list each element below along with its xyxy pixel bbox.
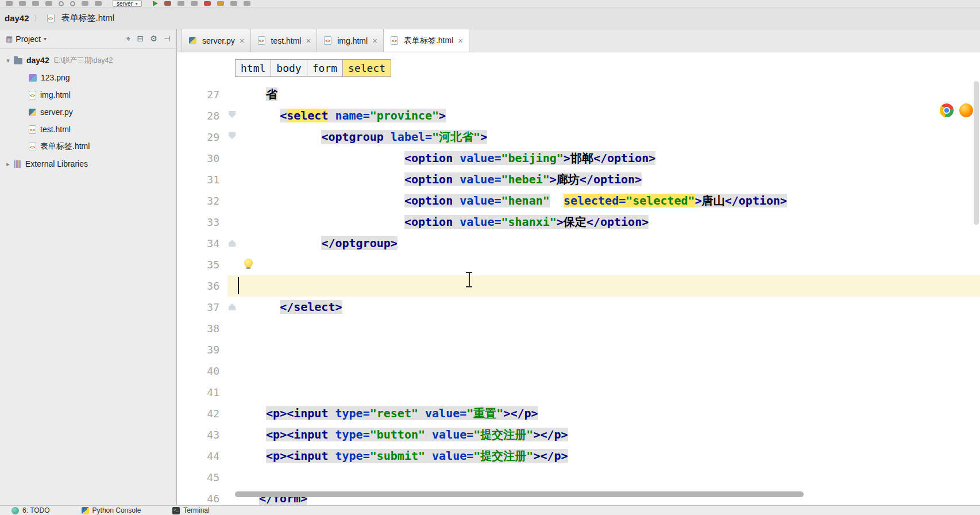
code-token [550, 194, 564, 207]
code-line-27[interactable]: 27 省 [177, 84, 980, 105]
code-line-34[interactable]: 34 </optgroup> [177, 233, 980, 254]
code-text [237, 360, 980, 382]
save-icon[interactable] [19, 1, 26, 6]
code-line-35[interactable]: 35 [177, 254, 980, 275]
tree-item-External Libraries[interactable]: ▸External Libraries [0, 155, 176, 172]
help-icon[interactable] [230, 1, 237, 6]
undo-icon[interactable] [32, 1, 39, 6]
expand-arrow-icon[interactable]: ▸ [3, 160, 13, 168]
status-terminal[interactable]: Terminal [172, 506, 209, 514]
coverage-icon[interactable] [178, 1, 184, 6]
code-token: </p> [540, 428, 568, 441]
code-line-42[interactable]: 42 <p><input type="reset" value="重置"></p… [177, 403, 980, 424]
lightning-icon[interactable] [217, 1, 224, 6]
tab-表单标签.html[interactable]: 表单标签.html× [384, 29, 469, 52]
settings-icon[interactable]: ⚙ [150, 34, 157, 44]
status-todo[interactable]: 6: TODO [11, 506, 50, 514]
debug-icon[interactable] [164, 1, 171, 6]
indent-whitespace [259, 406, 266, 420]
breadcrumb-file[interactable]: 表单标签.html [61, 13, 115, 24]
code-line-36[interactable]: 36 [177, 275, 980, 297]
tree-item-img.html[interactable]: img.html [0, 86, 176, 103]
fold-marker-icon[interactable] [227, 297, 237, 318]
tag-breadcrumb-form[interactable]: form [307, 59, 343, 77]
close-icon[interactable]: × [306, 36, 311, 45]
tag-breadcrumb-html[interactable]: html [235, 59, 271, 77]
stop-icon[interactable] [204, 1, 211, 6]
chrome-icon[interactable] [940, 103, 954, 117]
close-icon[interactable]: × [458, 36, 463, 45]
code-line-45[interactable]: 45 [177, 467, 980, 488]
code-line-37[interactable]: 37 </select> [177, 297, 980, 318]
code-line-31[interactable]: 31 <option value="hebei">廊坊</option> [177, 169, 980, 190]
code-line-39[interactable]: 39 [177, 339, 980, 360]
breadcrumb-project[interactable]: day42 [5, 13, 29, 23]
status-bar: 6: TODOPython ConsoleTerminal [0, 505, 980, 515]
tree-item-test.html[interactable]: test.html [0, 121, 176, 138]
fold-marker-icon[interactable] [227, 105, 237, 126]
fold-gutter [227, 148, 237, 169]
collapse-arrow-icon[interactable]: ▾ [3, 57, 13, 64]
close-icon[interactable]: × [240, 36, 245, 45]
code-token: <input [287, 406, 328, 420]
tree-item-123.png[interactable]: 123.png [0, 69, 176, 86]
line-number: 43 [177, 424, 227, 445]
horizontal-scrollbar-thumb[interactable] [235, 491, 804, 497]
code-line-44[interactable]: 44 <p><input type="submit" value="提交注册">… [177, 445, 980, 467]
close-icon[interactable]: × [372, 36, 377, 45]
tab-server.py[interactable]: server.py× [182, 29, 251, 52]
code-line-41[interactable]: 41 [177, 382, 980, 403]
project-panel-title[interactable]: Project [16, 34, 41, 44]
tab-test.html[interactable]: test.html× [251, 29, 318, 52]
profiler-icon[interactable] [191, 1, 198, 6]
tree-item-server.py[interactable]: server.py [0, 103, 176, 121]
code-token: <p> [266, 406, 287, 420]
code-line-43[interactable]: 43 <p><input type="button" value="提交注册">… [177, 424, 980, 445]
firefox-icon[interactable] [959, 103, 973, 117]
code-line-38[interactable]: 38 [177, 318, 980, 339]
tag-breadcrumb-select[interactable]: select [342, 59, 391, 77]
run-config-select[interactable]: server ▾ [113, 0, 142, 7]
fold-gutter [227, 190, 237, 212]
code-line-40[interactable]: 40 [177, 360, 980, 382]
code-line-32[interactable]: 32 <option value="henan" selected="selec… [177, 190, 980, 212]
fold-gutter [227, 467, 237, 488]
box-icon[interactable] [244, 1, 250, 6]
status-label: Python Console [92, 506, 141, 514]
code-line-33[interactable]: 33 <option value="shanxi">保定</option> [177, 212, 980, 233]
run-icon[interactable] [153, 1, 158, 6]
code-text: <option value="shanxi">保定</option> [237, 212, 980, 233]
forward-icon[interactable] [95, 1, 102, 6]
code-token: type [335, 449, 362, 463]
search-icon[interactable] [59, 1, 64, 6]
html-file-icon [324, 36, 331, 45]
open-icon[interactable] [6, 1, 13, 6]
fold-marker-icon[interactable] [227, 126, 237, 148]
hide-panel-icon[interactable]: ⊣ [164, 34, 171, 44]
status-python[interactable]: Python Console [82, 506, 141, 514]
indent-whitespace [259, 428, 266, 441]
code-token: </p> [510, 406, 538, 420]
code-line-28[interactable]: 28 <select name="province"> [177, 105, 980, 126]
fold-marker-icon[interactable] [227, 233, 237, 254]
code-editor[interactable]: 27 省28 <select name="province">29 <optgr… [177, 52, 980, 505]
code-token: <input [287, 449, 328, 463]
tree-item-label: img.html [40, 90, 71, 99]
locate-icon[interactable]: ⌖ [126, 34, 131, 44]
back-icon[interactable] [82, 1, 88, 6]
code-token: </option> [587, 215, 649, 229]
code-line-29[interactable]: 29 <optgroup label="河北省"> [177, 126, 980, 148]
replace-icon[interactable] [70, 1, 75, 6]
chevron-down-icon[interactable]: ▾ [44, 36, 47, 42]
tree-item-day42[interactable]: ▾day42E:\脱产三期\day42 [0, 52, 176, 69]
tag-breadcrumb-body[interactable]: body [271, 59, 307, 77]
indent-whitespace [259, 151, 404, 165]
html-icon [29, 125, 36, 134]
collapse-all-icon[interactable]: ⊟ [137, 34, 144, 44]
vertical-scrollbar-thumb[interactable] [974, 81, 979, 225]
redo-icon[interactable] [45, 1, 52, 6]
code-line-30[interactable]: 30 <option value="beijing">邯郸</option> [177, 148, 980, 169]
intention-bulb-icon[interactable] [244, 259, 253, 267]
tab-img.html[interactable]: img.html× [317, 29, 384, 52]
tree-item-表单标签.html[interactable]: 表单标签.html [0, 138, 176, 155]
